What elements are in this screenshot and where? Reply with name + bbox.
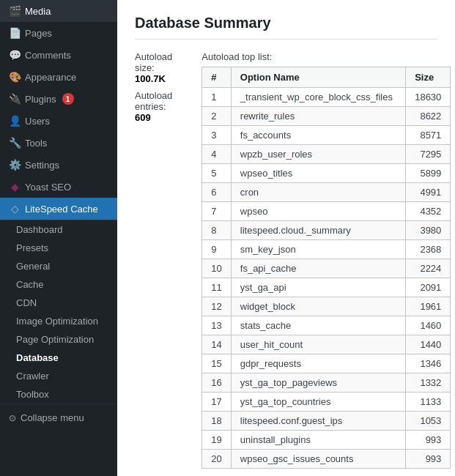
cell-num: 11 bbox=[202, 278, 231, 297]
table-row: 20 wpseo_gsc_issues_counts 993 bbox=[202, 450, 451, 469]
cell-num: 18 bbox=[202, 412, 231, 431]
sidebar-item-media[interactable]: 🎬 Media bbox=[0, 0, 117, 22]
sidebar-item-label: Users bbox=[25, 116, 50, 127]
autoload-size-value: 100.7K bbox=[135, 73, 166, 84]
sidebar-item-comments[interactable]: 💬 Comments bbox=[0, 44, 117, 66]
cell-num: 13 bbox=[202, 316, 231, 335]
meta-group-left: Autoload size: 100.7K Autoload entries: … bbox=[135, 51, 172, 469]
yoast-icon: ◆ bbox=[9, 181, 21, 193]
cell-size: 1133 bbox=[406, 393, 451, 412]
sidebar-item-settings[interactable]: ⚙️ Settings bbox=[0, 154, 117, 176]
table-row: 19 uninstall_plugins 993 bbox=[202, 431, 451, 450]
sidebar-item-litespeed-cache[interactable]: ◇ LiteSpeed Cache bbox=[0, 198, 117, 220]
sidebar-item-pages[interactable]: 📄 Pages bbox=[0, 22, 117, 44]
cell-size: 1460 bbox=[406, 316, 451, 335]
cell-name: _transient_wp_core_block_css_files bbox=[231, 88, 405, 107]
cell-size: 1961 bbox=[406, 297, 451, 316]
pages-icon: 📄 bbox=[9, 27, 21, 39]
cell-num: 4 bbox=[202, 145, 231, 164]
cell-name: yst_ga_top_pageviews bbox=[231, 373, 405, 393]
submenu-dashboard[interactable]: Dashboard bbox=[0, 220, 117, 239]
users-icon: 👤 bbox=[9, 115, 21, 127]
submenu-presets[interactable]: Presets bbox=[0, 239, 117, 257]
col-header-size: Size bbox=[406, 67, 451, 88]
sidebar-item-users[interactable]: 👤 Users bbox=[0, 110, 117, 132]
settings-icon: ⚙️ bbox=[9, 159, 21, 171]
sidebar-item-plugins[interactable]: 🔌 Plugins 1 bbox=[0, 88, 117, 110]
litespeed-icon: ◇ bbox=[9, 203, 21, 215]
cell-name: fs_accounts bbox=[231, 126, 405, 145]
cell-name: litespeed.cloud._summary bbox=[231, 221, 405, 240]
submenu-cdn[interactable]: CDN bbox=[0, 294, 117, 312]
cell-num: 8 bbox=[202, 221, 231, 240]
table-row: 12 widget_block 1961 bbox=[202, 297, 451, 316]
submenu-toolbox[interactable]: Toolbox bbox=[0, 385, 117, 404]
cell-size: 5899 bbox=[406, 164, 451, 183]
cell-size: 4352 bbox=[406, 202, 451, 221]
table-row: 10 fs_api_cache 2224 bbox=[202, 259, 451, 278]
sidebar-item-tools[interactable]: 🔧 Tools bbox=[0, 132, 117, 154]
table-row: 18 litespeed.conf.guest_ips 1053 bbox=[202, 412, 451, 431]
cell-name: wpseo_gsc_issues_counts bbox=[231, 450, 405, 469]
tools-icon: 🔧 bbox=[9, 137, 21, 149]
cell-size: 2224 bbox=[406, 259, 451, 278]
comments-icon: 💬 bbox=[9, 49, 21, 61]
table-row: 17 yst_ga_top_countries 1133 bbox=[202, 393, 451, 412]
cell-name: fs_api_cache bbox=[231, 259, 405, 278]
cell-name: stats_cache bbox=[231, 316, 405, 335]
submenu-page-optimization[interactable]: Page Optimization bbox=[0, 330, 117, 349]
submenu-crawler[interactable]: Crawler bbox=[0, 367, 117, 385]
cell-size: 993 bbox=[406, 431, 451, 450]
main-content: Database Summary Autoload size: 100.7K A… bbox=[117, 0, 455, 476]
table-row: 9 sm_key_json 2368 bbox=[202, 240, 451, 259]
collapse-label: Collapse menu bbox=[21, 412, 84, 423]
sidebar-item-yoast-seo[interactable]: ◆ Yoast SEO bbox=[0, 176, 117, 198]
cell-num: 17 bbox=[202, 393, 231, 412]
collapse-menu[interactable]: ⊙ Collapse menu bbox=[0, 407, 117, 428]
cell-num: 19 bbox=[202, 431, 231, 450]
autoload-size-label: Autoload size: bbox=[135, 51, 172, 73]
table-row: 1 _transient_wp_core_block_css_files 186… bbox=[202, 88, 451, 107]
cell-name: litespeed.conf.guest_ips bbox=[231, 412, 405, 431]
page-title: Database Summary bbox=[135, 15, 437, 40]
litespeed-submenu: Dashboard Presets General Cache CDN Imag… bbox=[0, 220, 117, 404]
table-row: 15 gdpr_requests 1346 bbox=[202, 354, 451, 373]
table-header-row: # Option Name Size bbox=[202, 67, 451, 88]
sidebar-item-label: Tools bbox=[25, 138, 47, 149]
cell-name: yst_ga_api bbox=[231, 278, 405, 297]
sidebar-item-label: Media bbox=[25, 6, 51, 17]
cell-size: 8571 bbox=[406, 126, 451, 145]
sidebar-item-label: Comments bbox=[25, 50, 71, 61]
table-row: 8 litespeed.cloud._summary 3980 bbox=[202, 221, 451, 240]
cell-name: cron bbox=[231, 183, 405, 202]
sidebar-item-label: Yoast SEO bbox=[25, 182, 71, 193]
cell-size: 4991 bbox=[406, 183, 451, 202]
cell-size: 2091 bbox=[406, 278, 451, 297]
table-row: 13 stats_cache 1460 bbox=[202, 316, 451, 335]
cell-size: 18630 bbox=[406, 88, 451, 107]
cell-name: yst_ga_top_countries bbox=[231, 393, 405, 412]
submenu-image-optimization[interactable]: Image Optimization bbox=[0, 312, 117, 330]
cell-name: sm_key_json bbox=[231, 240, 405, 259]
cell-size: 1053 bbox=[406, 412, 451, 431]
cell-name: rewrite_rules bbox=[231, 107, 405, 126]
table-body: 1 _transient_wp_core_block_css_files 186… bbox=[202, 88, 451, 469]
sidebar-item-appearance[interactable]: 🎨 Appearance bbox=[0, 66, 117, 88]
autoload-entries-row: Autoload entries: 609 bbox=[135, 90, 172, 123]
submenu-cache[interactable]: Cache bbox=[0, 275, 117, 294]
autoload-entries-value: 609 bbox=[135, 112, 151, 123]
table-row: 16 yst_ga_top_pageviews 1332 bbox=[202, 373, 451, 393]
media-icon: 🎬 bbox=[9, 5, 21, 17]
cell-size: 7295 bbox=[406, 145, 451, 164]
table-row: 11 yst_ga_api 2091 bbox=[202, 278, 451, 297]
appearance-icon: 🎨 bbox=[9, 71, 21, 83]
table-row: 4 wpzb_user_roles 7295 bbox=[202, 145, 451, 164]
cell-name: widget_block bbox=[231, 297, 405, 316]
cell-size: 1332 bbox=[406, 373, 451, 393]
autoload-top-label: Autoload top list: bbox=[201, 51, 451, 62]
autoload-table: # Option Name Size 1 _transient_wp_core_… bbox=[201, 67, 451, 469]
cell-num: 15 bbox=[202, 354, 231, 373]
submenu-database[interactable]: Database bbox=[0, 349, 117, 367]
cell-size: 3980 bbox=[406, 221, 451, 240]
submenu-general[interactable]: General bbox=[0, 257, 117, 275]
